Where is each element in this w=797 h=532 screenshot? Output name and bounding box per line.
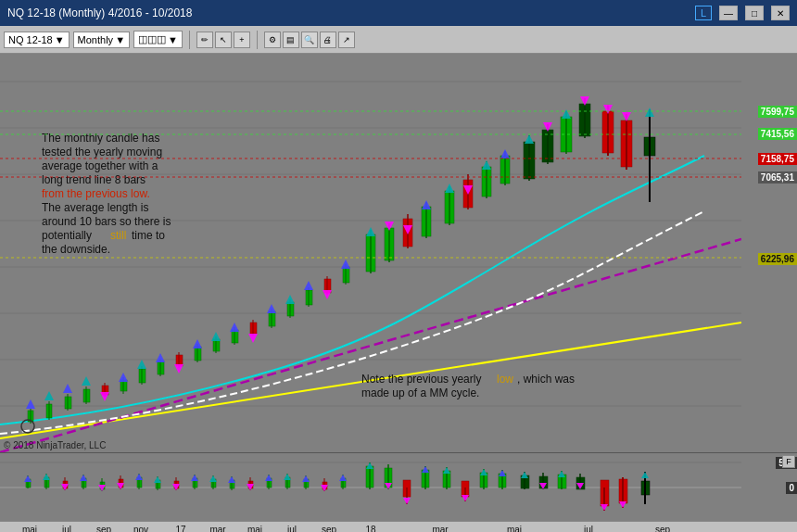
f-button[interactable]: F — [782, 455, 795, 468]
main-chart: The monthly candle has tested the yearly… — [0, 54, 797, 452]
svg-text:, which was: , which was — [517, 373, 575, 386]
toolbar-separator-2 — [257, 31, 258, 49]
svg-text:long trend line 8 bars: long trend line 8 bars — [42, 173, 145, 186]
x-label-17: 17 — [175, 525, 185, 532]
timeframe-dropdown-arrow: ▼ — [115, 34, 125, 45]
window-controls: L — □ ✕ — [695, 6, 790, 20]
charttype-label: ◫◫◫ — [138, 33, 166, 45]
price-label-1: 7599,75 — [758, 106, 797, 118]
window-title: NQ 12-18 (Monthly) 4/2016 - 10/2018 — [7, 6, 192, 19]
x-label-mai3: mai — [507, 525, 522, 532]
svg-text:around 10 bars so there is: around 10 bars so there is — [42, 215, 171, 228]
toolbar: NQ 12-18 ▼ Monthly ▼ ◫◫◫ ▼ ✏ ↖ + ⚙ ▤ 🔍 🖨… — [0, 26, 797, 54]
draw-tools: ✏ ↖ + — [196, 32, 250, 48]
x-label-mar2: mar — [432, 525, 448, 532]
charttype-dropdown-arrow: ▼ — [168, 34, 178, 45]
price-label-2: 7415,56 — [758, 128, 797, 140]
x-label-jul3: jul — [584, 525, 593, 532]
l-indicator[interactable]: L — [695, 6, 712, 20]
x-axis: mai jul sep nov 17 mar mai jul sep 18 ma… — [0, 521, 797, 532]
toolbar-separator-1 — [189, 31, 190, 49]
price-label-4: 7065,31 — [758, 171, 797, 184]
svg-text:low: low — [497, 373, 513, 386]
symbol-dropdown[interactable]: NQ 12-18 ▼ — [4, 32, 70, 48]
svg-text:still: still — [110, 229, 126, 242]
x-label-nov: nov — [133, 525, 148, 532]
x-label-mai1: mai — [22, 525, 37, 532]
properties-icon[interactable]: ⚙ — [264, 32, 281, 48]
svg-text:The monthly candle has: The monthly candle has — [42, 132, 159, 145]
timeframe-label: Monthly — [78, 34, 114, 45]
title-bar: NQ 12-18 (Monthly) 4/2016 - 10/2018 L — … — [0, 0, 797, 26]
x-label-jul1: jul — [62, 525, 71, 532]
x-label-sep3: sep — [655, 525, 670, 532]
template-icon[interactable]: ▤ — [283, 32, 299, 48]
action-tools: ⚙ ▤ 🔍 🖨 ↗ — [264, 32, 355, 48]
crosshair-icon[interactable]: + — [234, 32, 250, 48]
x-label-mai2: mai — [247, 525, 262, 532]
x-label-sep1: sep — [96, 525, 111, 532]
symbol-dropdown-arrow: ▼ — [55, 34, 65, 45]
zoom-icon[interactable]: 🔍 — [301, 32, 318, 48]
svg-text:time to: time to — [132, 229, 165, 242]
svg-text:tested the yearly moving: tested the yearly moving — [42, 146, 162, 158]
indicator-svg — [0, 453, 741, 522]
ind-price-label-0: 0 — [786, 482, 797, 494]
svg-text:made up of a MM cycle.: made up of a MM cycle. — [361, 386, 479, 399]
maximize-button[interactable]: □ — [745, 6, 764, 20]
charttype-dropdown[interactable]: ◫◫◫ ▼ — [133, 31, 183, 48]
svg-text:average together with a: average together with a — [42, 159, 158, 172]
price-label-5: 6225,96 — [758, 253, 797, 265]
price-label-3: 7158,75 — [758, 153, 797, 165]
timeframe-dropdown[interactable]: Monthly ▼ — [73, 32, 130, 48]
x-label-sep2: sep — [322, 525, 336, 532]
svg-text:Note the previous yearly: Note the previous yearly — [361, 373, 481, 386]
export-icon[interactable]: ↗ — [338, 32, 355, 48]
minimize-button[interactable]: — — [719, 6, 738, 20]
pencil-icon[interactable]: ✏ — [196, 32, 213, 48]
chart-svg: The monthly candle has tested the yearly… — [0, 54, 741, 452]
svg-text:the downside.: the downside. — [42, 243, 110, 256]
cursor-icon[interactable]: ↖ — [215, 32, 232, 48]
svg-text:The average length is: The average length is — [42, 201, 148, 214]
print-icon[interactable]: 🖨 — [320, 32, 336, 48]
x-label-18: 18 — [365, 525, 375, 532]
svg-text:potentially: potentially — [42, 229, 92, 242]
copyright-text: © 2018 NinjaTrader, LLC — [4, 440, 106, 450]
symbol-label: NQ 12-18 — [8, 34, 53, 45]
x-label-mar1: mar — [209, 525, 225, 532]
svg-text:from the previous low.: from the previous low. — [42, 187, 150, 200]
close-button[interactable]: ✕ — [771, 6, 790, 20]
indicator-panel: 500 0 F — [0, 452, 797, 521]
x-label-jul2: jul — [287, 525, 297, 532]
